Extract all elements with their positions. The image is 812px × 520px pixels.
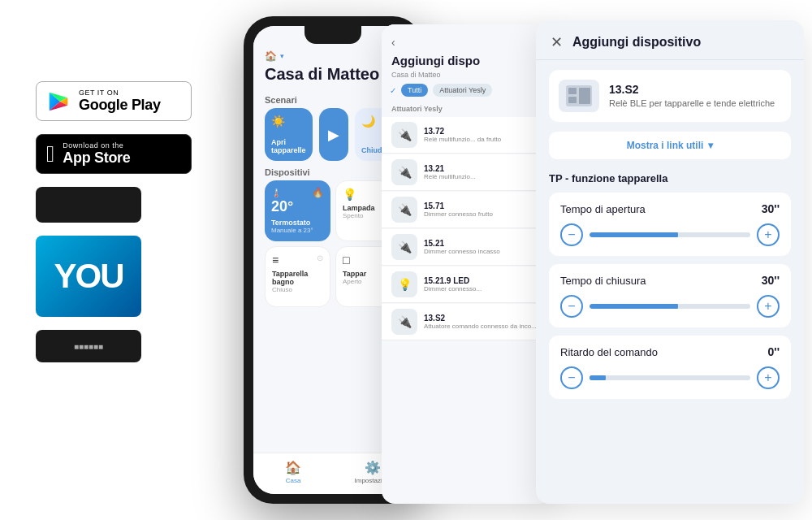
setting-card-ritardo: Ritardo del comando 0'' − + [549,336,791,399]
device-name-1521: 15.21 [424,239,542,248]
device-icon-1372: 🔌 [391,122,417,148]
plus-btn-apertura[interactable]: + [757,223,780,246]
slider-row-chiusura: − + [560,295,780,318]
list-item-1571[interactable]: 🔌 15.71 Dimmer connesso frutto [382,192,552,228]
plus-btn-ritardo[interactable]: + [757,366,780,389]
slider-thumb-apertura[interactable] [662,232,678,237]
minus-btn-apertura[interactable]: − [560,223,583,246]
device-desc-led: Dimmer connesso... [424,285,542,292]
right-config-panel: ✕ Aggiungi dispositivo 13.S2 Relè BLE pe… [536,20,804,504]
filter-attuatori[interactable]: Attuatori Yesly [433,84,492,97]
scenario-name-1: Apri tapparelle [271,138,306,154]
app-store-top-label: Download on the [63,141,130,150]
useful-link-label: Mostra i link utili [627,140,704,151]
setting-row-apertura: Tempo di apertura 30'' [560,202,780,215]
list-item-1521[interactable]: 🔌 15.21 Dimmer connesso incasso [382,229,552,266]
blind1-icon: ≡ [272,254,279,266]
phone-notch [304,26,361,44]
apple-icon:  [46,143,54,166]
setting-row-chiusura: Tempo di chiusura 30'' [560,274,780,287]
you-badge[interactable]: YOU [36,236,141,317]
temp-value: 20° [271,198,324,215]
device-info-text: 13.S2 Relè BLE per tapparelle e tende el… [609,83,775,109]
google-play-badge[interactable]: GET IT ON Google Play [36,81,192,121]
google-main-label: Google Play [79,97,161,114]
phone-app-title: Casa di Matteo [265,65,401,84]
devices-label: Dispositivi [265,167,310,177]
filter-tutti[interactable]: Tutti [401,84,428,97]
slider-row-apertura: − + [560,223,780,246]
setting-card-chiusura: Tempo di chiusura 30'' − + [549,264,791,327]
dark-badge-2[interactable]: ■■■■■■ [36,330,141,362]
thermostat-card[interactable]: 🌡️ 🔥 20° Termostato Manuale a 23° [265,180,330,241]
add-device-panel-header: ‹ [382,24,552,54]
minus-btn-chiusura[interactable]: − [560,295,583,318]
setting-row-ritardo: Ritardo del comando 0'' [560,345,780,358]
setting-label-chiusura: Tempo di chiusura [560,275,646,287]
device-icon-1571: 🔌 [391,197,417,223]
thermostat-sub: Manuale a 23° [271,227,324,234]
slider-row-ritardo: − + [560,366,780,389]
blind2-icon: □ [343,254,349,266]
dropdown-icon: ▾ [280,52,284,60]
app-store-main-label: App Store [63,150,130,167]
list-item-1321[interactable]: 🔌 13.21 Relè multifunzio... [382,154,552,191]
app-store-badge[interactable]:  Download on the App Store [36,134,192,174]
minus-btn-ritardo[interactable]: − [560,366,583,389]
slider-thumb-chiusura[interactable] [662,304,678,309]
slider-track-apertura[interactable] [590,232,750,237]
flame-icon: 🔥 [312,187,324,198]
slider-fill-apertura [590,232,670,237]
list-item-13s2[interactable]: 🔌 13.S2 Attuatore comando connesso da in… [382,304,552,340]
device-desc-1521: Dimmer connesso incasso [424,248,542,255]
temp-icon: 🌡️ [271,188,281,197]
list-item-led[interactable]: 💡 15.21.9 LED Dimmer connesso... [382,266,552,303]
device-desc-1321: Relè multifunzio... [424,173,542,180]
device-info-1372: 13.72 Relè multifunzio... da frutto [424,127,542,143]
thermostat-name: Termostato [271,219,324,227]
google-play-text: GET IT ON Google Play [79,89,161,114]
add-device-title: Aggiungi dispo [382,54,552,71]
close-button[interactable]: ✕ [551,33,563,51]
chevron-down-icon: ▾ [708,140,713,151]
dark-badge-text: ■■■■■■ [74,342,103,351]
svg-rect-1 [568,88,577,94]
dark-badge-1[interactable] [36,187,141,223]
scenario-card-1[interactable]: ☀️ Apri tapparelle [265,108,313,161]
svg-rect-3 [579,88,590,104]
slider-track-chiusura[interactable] [590,304,750,309]
device-info-1521: 15.21 Dimmer connesso incasso [424,239,542,255]
blind1-sub: Chiuso [272,286,323,293]
settings-icon: ⚙️ [365,460,381,475]
device-list: 🔌 13.72 Relè multifunzio... da frutto 🔌 … [382,117,552,340]
right-panel-title: Aggiungi dispositivo [572,35,701,50]
device-info-1571: 15.71 Dimmer connesso frutto [424,202,542,218]
add-device-overlay: ‹ Aggiungi dispo Casa di Matteo ✓ Tutti … [382,24,552,504]
casa-icon: 🏠 [285,460,301,475]
back-arrow-icon[interactable]: ‹ [391,36,395,49]
plus-btn-chiusura[interactable]: + [757,295,780,318]
casa-label: Casa [286,477,301,484]
setting-label-apertura: Tempo di apertura [560,203,646,215]
device-main-desc: Relè BLE per tapparelle e tende elettric… [609,98,775,109]
attuatori-section-label: Attuatori Yesly [382,102,552,116]
device-name-1372: 13.72 [424,127,542,136]
play-icon: ▶ [328,126,339,144]
device-info-led: 15.21.9 LED Dimmer connesso... [424,276,542,292]
blind1-card[interactable]: ≡ ⊙ Tapparella bagno Chiuso [265,246,330,307]
device-icon-1521: 🔌 [391,234,417,260]
device-desc-1571: Dimmer connesso frutto [424,210,542,218]
app-store-text: Download on the App Store [63,141,130,167]
slider-thumb-ritardo[interactable] [590,375,606,380]
list-item-1372[interactable]: 🔌 13.72 Relè multifunzio... da frutto [382,117,552,154]
setting-label-ritardo: Ritardo del comando [560,346,658,358]
filter-attuatori-label: Attuatori Yesly [439,86,486,94]
scenario-card-play[interactable]: ▶ [319,108,348,161]
useful-link-button[interactable]: Mostra i link utili ▾ [549,132,791,159]
nav-casa[interactable]: 🏠 Casa [253,460,333,484]
slider-track-ritardo[interactable] [590,375,750,380]
device-main-icon [559,80,599,112]
svg-rect-2 [568,97,577,103]
device-main-name: 13.S2 [609,83,775,96]
sun-icon: ☀️ [271,115,306,128]
